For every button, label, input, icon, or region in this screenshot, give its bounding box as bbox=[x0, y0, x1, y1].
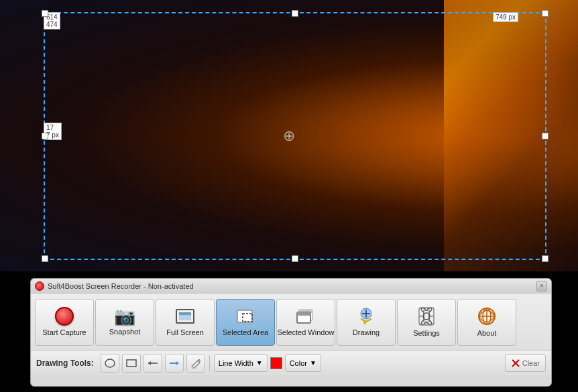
full-screen-icon bbox=[174, 307, 196, 326]
svg-marker-28 bbox=[176, 361, 179, 365]
start-capture-button[interactable]: Start Capture bbox=[35, 299, 94, 346]
arrow-tool-button[interactable] bbox=[165, 354, 184, 373]
selected-area-button[interactable]: Selected Area bbox=[216, 299, 275, 346]
snapshot-label: Snapshot bbox=[109, 328, 140, 336]
settings-icon bbox=[416, 306, 437, 326]
separator-1 bbox=[209, 355, 210, 371]
background-fire bbox=[444, 0, 578, 271]
about-icon bbox=[476, 306, 498, 326]
svg-marker-26 bbox=[148, 361, 151, 365]
record-icon bbox=[55, 307, 74, 326]
about-button[interactable]: About bbox=[457, 299, 516, 346]
color-swatch bbox=[270, 357, 282, 369]
selected-window-button[interactable]: Selected Window bbox=[276, 299, 335, 346]
drawing-tools-row: Drawing Tools: bbox=[31, 350, 551, 375]
full-screen-label: Full Screen bbox=[166, 328, 204, 337]
color-label: Color bbox=[290, 359, 307, 367]
start-capture-label: Start Capture bbox=[42, 328, 86, 337]
settings-button[interactable]: Settings bbox=[397, 299, 456, 346]
line-tool-icon bbox=[147, 358, 159, 369]
full-screen-button[interactable]: Full Screen bbox=[156, 299, 215, 346]
line-tool-button[interactable] bbox=[143, 354, 162, 373]
move-cursor-icon: ⊕ bbox=[283, 127, 295, 145]
settings-label: Settings bbox=[413, 329, 440, 338]
svg-rect-3 bbox=[237, 310, 252, 322]
close-button[interactable]: × bbox=[536, 281, 547, 291]
clear-button[interactable]: Clear bbox=[505, 354, 546, 372]
line-width-arrow-icon: ▼ bbox=[256, 359, 263, 367]
svg-rect-2 bbox=[179, 312, 191, 315]
about-label: About bbox=[477, 329, 497, 338]
rectangle-tool-icon bbox=[125, 358, 137, 369]
line-width-dropdown[interactable]: Line Width ▼ bbox=[214, 354, 268, 372]
color-arrow-icon: ▼ bbox=[310, 359, 316, 367]
drawing-icon bbox=[355, 307, 377, 326]
drawing-button[interactable]: Drawing bbox=[337, 299, 396, 346]
svg-point-23 bbox=[105, 359, 115, 367]
clear-icon bbox=[511, 358, 520, 368]
arrow-tool-icon bbox=[168, 358, 180, 369]
selected-window-icon bbox=[295, 307, 316, 326]
svg-rect-24 bbox=[127, 360, 136, 367]
pencil-tool-icon bbox=[190, 358, 202, 369]
app-icon bbox=[35, 281, 44, 291]
toolbar: Soft4Boost Screen Recorder - Non-activat… bbox=[0, 271, 578, 392]
ellipse-tool-icon bbox=[104, 358, 116, 369]
selected-area-label: Selected Area bbox=[223, 328, 269, 337]
capture-area: 614 474 749 px 17 7 px ⊕ bbox=[0, 0, 578, 271]
color-dropdown[interactable]: Color ▼ bbox=[285, 354, 321, 372]
selected-area-icon bbox=[235, 307, 256, 326]
snapshot-icon: 📷 bbox=[114, 308, 135, 325]
button-row: Start Capture 📷 Snapshot Full Screen bbox=[31, 293, 551, 350]
rectangle-tool-button[interactable] bbox=[122, 354, 141, 373]
drawing-tools-label: Drawing Tools: bbox=[36, 358, 94, 368]
ellipse-tool-button[interactable] bbox=[101, 354, 119, 373]
line-width-label: Line Width bbox=[219, 359, 253, 367]
selected-window-label: Selected Window bbox=[278, 328, 335, 337]
clear-label: Clear bbox=[522, 359, 540, 367]
app-title: Soft4Boost Screen Recorder - Non-activat… bbox=[48, 282, 194, 290]
pencil-tool-button[interactable] bbox=[186, 354, 205, 373]
title-text: Soft4Boost Screen Recorder - Non-activat… bbox=[35, 281, 194, 291]
drawing-label-btn: Drawing bbox=[353, 328, 380, 337]
toolbar-window: Soft4Boost Screen Recorder - Non-activat… bbox=[30, 278, 552, 387]
svg-rect-9 bbox=[297, 312, 310, 316]
title-bar: Soft4Boost Screen Recorder - Non-activat… bbox=[31, 279, 551, 293]
snapshot-button[interactable]: 📷 Snapshot bbox=[95, 299, 154, 346]
